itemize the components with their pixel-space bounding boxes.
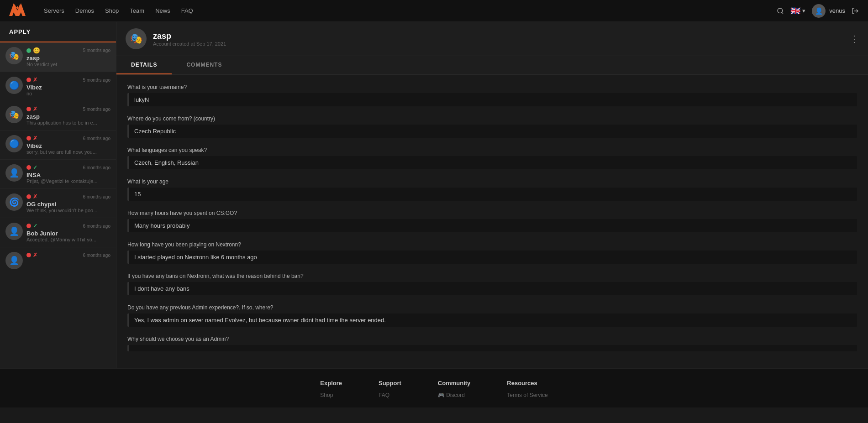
footer-col-0: ExploreShop xyxy=(320,380,342,398)
user-menu[interactable]: 👤 venus xyxy=(812,4,845,18)
sidebar-list: 🎭 😊 5 months ago zasp No verdict yet 🔵 ✗… xyxy=(0,42,116,368)
account-created: Account created at Sep 17, 2021 xyxy=(153,41,843,47)
footer-link-0-0[interactable]: Shop xyxy=(320,392,342,398)
item-name: zasp xyxy=(26,113,110,120)
nav-servers[interactable]: Servers xyxy=(44,7,64,14)
avatar: 🎭 xyxy=(126,28,147,49)
logo[interactable] xyxy=(9,3,26,19)
item-icons: ✗ xyxy=(26,135,37,141)
sidebar-item-5[interactable]: 🌀 ✗ 6 months ago OG chypsi We think, you… xyxy=(0,189,116,218)
nav-news[interactable]: News xyxy=(155,7,170,14)
nav-demos[interactable]: Demos xyxy=(75,7,94,14)
question-answer-6: I dont have any bans xyxy=(127,282,857,295)
x-icon: ✗ xyxy=(33,193,37,200)
red-dot-icon xyxy=(26,107,31,111)
question-block-6: If you have any bans on Nextronn, what w… xyxy=(127,273,857,295)
item-avatar: 🎭 xyxy=(5,106,23,123)
item-icons: ✗ xyxy=(26,77,37,83)
green-dot-icon xyxy=(26,48,31,53)
footer-col-2: Community🎮 Discord xyxy=(438,380,471,398)
question-block-8: Why should we choose you as an Admin? xyxy=(127,336,857,351)
question-label-7: Do you have any previous Admin experienc… xyxy=(127,304,857,311)
language-selector[interactable]: 🇬🇧 ▾ xyxy=(790,6,805,16)
detail-header: 🎭 zasp Account created at Sep 17, 2021 ⋮ xyxy=(116,22,868,56)
item-content: ✗ 5 months ago zasp This application has… xyxy=(26,106,110,125)
footer-link-2-0[interactable]: 🎮 Discord xyxy=(438,392,471,398)
item-header: ✗ 6 months ago xyxy=(26,252,110,258)
nav-team[interactable]: Team xyxy=(130,7,144,14)
item-avatar: 👤 xyxy=(5,164,23,182)
item-preview: Prijat, @Vegetizi te kontaktuje... xyxy=(26,178,100,184)
more-options-button[interactable]: ⋮ xyxy=(850,33,859,44)
red-dot-icon xyxy=(26,165,31,170)
question-block-7: Do you have any previous Admin experienc… xyxy=(127,304,857,327)
footer-link-3-0[interactable]: Terms of Service xyxy=(507,392,547,398)
tab-details[interactable]: DETAILS xyxy=(116,56,172,74)
question-block-2: What languages can you speak? Czech, Eng… xyxy=(127,147,857,169)
item-header: 😊 5 months ago xyxy=(26,47,110,54)
item-content: ✗ 6 months ago xyxy=(26,252,110,259)
tab-comments[interactable]: COMMENTS xyxy=(172,56,237,74)
check-icon: ✓ xyxy=(33,164,37,171)
sidebar-item-0[interactable]: 🎭 😊 5 months ago zasp No verdict yet xyxy=(0,42,116,72)
footer-col-title-0: Explore xyxy=(320,380,342,386)
avatar: 👤 xyxy=(812,4,826,18)
svg-line-3 xyxy=(782,12,783,14)
svg-point-2 xyxy=(778,8,783,13)
nav-shop[interactable]: Shop xyxy=(105,7,119,14)
sidebar-item-7[interactable]: 👤 ✗ 6 months ago xyxy=(0,247,116,274)
sidebar-item-4[interactable]: 👤 ✓ 6 months ago INSA Prijat, @Vegetizi … xyxy=(0,160,116,189)
question-label-6: If you have any bans on Nextronn, what w… xyxy=(127,273,857,279)
question-block-3: What is your age 15 xyxy=(127,178,857,201)
navbar-right: 🇬🇧 ▾ 👤 venus xyxy=(777,4,859,18)
item-content: ✗ 5 months ago Vibez no xyxy=(26,77,110,96)
question-label-5: How long have you been playing on Nextro… xyxy=(127,241,857,248)
item-avatar: 👤 xyxy=(5,252,23,269)
item-name: Vibez xyxy=(26,142,110,149)
check-icon: ✓ xyxy=(33,223,37,229)
footer: ExploreShopSupportFAQCommunity🎮 DiscordR… xyxy=(0,368,868,407)
chevron-down-icon: ▾ xyxy=(802,7,805,14)
sidebar-item-1[interactable]: 🔵 ✗ 5 months ago Vibez no xyxy=(0,72,116,101)
item-icons: ✓ xyxy=(26,223,37,229)
footer-col-title-3: Resources xyxy=(507,380,547,386)
detail-tabs: DETAILS COMMENTS xyxy=(116,56,868,75)
item-preview: No verdict yet xyxy=(26,62,100,67)
item-content: ✓ 6 months ago INSA Prijat, @Vegetizi te… xyxy=(26,164,110,184)
question-answer-0: lukyN xyxy=(127,93,857,106)
logout-button[interactable] xyxy=(852,7,859,15)
item-content: ✗ 6 months ago Vibez sorry, but we are f… xyxy=(26,135,110,155)
red-dot-icon xyxy=(26,194,31,199)
question-answer-5: I started played on Nextronn like 6 mont… xyxy=(127,251,857,264)
item-content: 😊 5 months ago zasp No verdict yet xyxy=(26,47,110,67)
item-header: ✗ 5 months ago xyxy=(26,77,110,83)
sidebar-item-3[interactable]: 🔵 ✗ 6 months ago Vibez sorry, but we are… xyxy=(0,131,116,160)
item-avatar: 👤 xyxy=(5,223,23,240)
question-answer-7: Yes, I was admin on sever named Evolvez,… xyxy=(127,313,857,327)
item-content: ✗ 6 months ago OG chypsi We think, you w… xyxy=(26,193,110,213)
item-name: zasp xyxy=(26,55,110,62)
detail-panel: 🎭 zasp Account created at Sep 17, 2021 ⋮… xyxy=(116,22,868,368)
item-time: 6 months ago xyxy=(83,253,110,258)
item-content: ✓ 6 months ago Bob Junior Accepted, @Man… xyxy=(26,223,110,242)
item-name: Vibez xyxy=(26,84,110,91)
item-icons: ✗ xyxy=(26,252,37,258)
item-preview: no xyxy=(26,91,100,96)
item-time: 5 months ago xyxy=(83,48,110,53)
question-label-0: What is your username? xyxy=(127,84,857,90)
question-block-4: How many hours have you spent on CS:GO? … xyxy=(127,210,857,232)
item-name: INSA xyxy=(26,172,110,178)
sidebar: APPLY 🎭 😊 5 months ago zasp No verdict y… xyxy=(0,22,116,368)
footer-link-1-0[interactable]: FAQ xyxy=(379,392,401,398)
sidebar-item-2[interactable]: 🎭 ✗ 5 months ago zasp This application h… xyxy=(0,101,116,131)
nav-faq[interactable]: FAQ xyxy=(181,7,193,14)
question-label-1: Where do you come from? (country) xyxy=(127,115,857,122)
main-container: APPLY 🎭 😊 5 months ago zasp No verdict y… xyxy=(0,22,868,368)
question-answer-8 xyxy=(127,345,857,351)
item-header: ✗ 6 months ago xyxy=(26,193,110,200)
item-avatar: 🔵 xyxy=(5,135,23,152)
item-avatar: 🔵 xyxy=(5,77,23,94)
item-preview: We think, you wouldn't be goo... xyxy=(26,208,100,213)
sidebar-item-6[interactable]: 👤 ✓ 6 months ago Bob Junior Accepted, @M… xyxy=(0,218,116,247)
search-button[interactable] xyxy=(777,7,784,15)
